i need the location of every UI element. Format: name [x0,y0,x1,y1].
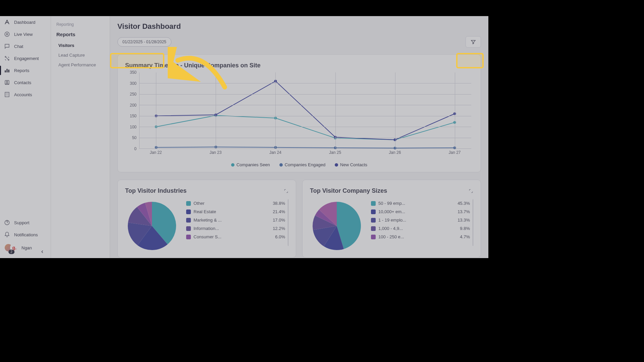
expand-icon[interactable] [284,189,288,193]
svg-point-3 [8,59,9,60]
legend-row[interactable]: 10,000+ em...13.7% [371,207,473,216]
legend-row[interactable]: Consumer S...6.0% [186,233,288,241]
svg-point-0 [5,32,9,37]
company-sizes-card: Top Visitor Company Sizes 50 - 99 emp...… [302,180,481,258]
svg-rect-9 [5,92,9,97]
svg-point-2 [5,56,6,57]
legend-row[interactable]: 100 - 250 e...4.7% [371,233,473,241]
nav-label: Live View [14,32,33,37]
nav-accounts[interactable]: Accounts [0,88,51,101]
legend-row[interactable]: 50 - 99 emp...45.3% [371,199,473,207]
company-sizes-legend: 50 - 99 emp...45.3%10,000+ em...13.7%1 -… [371,199,473,246]
svg-rect-4 [5,70,6,72]
building-icon [4,92,10,98]
filter-icon [471,39,476,45]
nav-label: Chat [14,44,23,49]
nav-reports[interactable]: Reports [0,64,51,76]
filter-button[interactable] [466,36,481,48]
nav-dashboard[interactable]: Dashboard [0,16,51,28]
nav-chat[interactable]: Chat [0,40,51,52]
card-title: Summary Timeline - Unique Companies on S… [125,62,473,69]
legend-row[interactable]: 1,000 - 4,9...9.8% [371,224,473,233]
expand-icon[interactable] [469,189,473,193]
card-title: Top Visitor Company Sizes [310,187,387,194]
engagement-icon [4,55,10,61]
nav-contacts[interactable]: Contacts [0,76,51,88]
bell-icon [4,232,10,238]
industries-pie-chart [125,199,179,253]
nav-label: Dashboard [14,20,36,25]
badge-count: 2 [8,250,14,254]
nav-label: Support [14,220,30,225]
secondary-title: Reports [51,32,110,41]
legend-row[interactable]: Marketing & ...17.0% [186,216,288,224]
legend-item[interactable]: New Contacts [335,162,367,167]
contact-icon [4,79,10,85]
main-content: Visitor Dashboard 01/22/2025 - 01/28/202… [110,16,488,258]
nav-label: Reports [14,68,30,73]
industries-legend: Other38.8%Real Estate21.4%Marketing & ..… [186,199,288,246]
legend-row[interactable]: Information...12.2% [186,224,288,233]
chart-legend: Companies Seen Companies Engaged New Con… [125,162,473,167]
bars-icon [4,67,10,73]
nav-support[interactable]: Support [0,217,51,229]
chevron-left-icon[interactable] [40,249,45,254]
svg-rect-5 [7,69,8,73]
legend-item[interactable]: Companies Seen [231,162,270,167]
company-sizes-pie-chart [310,199,364,253]
help-icon [4,220,10,226]
date-range-selector[interactable]: 01/22/2025 - 01/28/2025 [117,37,171,47]
sec-item-agentperf[interactable]: Agent Performance [51,60,110,70]
chat-icon [4,43,10,49]
page-title: Visitor Dashboard [117,22,481,31]
sec-item-leadcapture[interactable]: Lead Capture [51,50,110,60]
sidebar-secondary: Reporting Reports Visitors Lead Capture … [51,16,110,258]
nav-liveview[interactable]: Live View [0,28,51,40]
legend-row[interactable]: Real Estate21.4% [186,207,288,216]
svg-rect-6 [8,70,9,72]
card-title: Top Visitor Industries [125,187,186,194]
nav-label: Engagement [14,56,39,61]
sidebar-primary: Dashboard Live View Chat Engagement Repo… [0,16,51,258]
nav-engagement[interactable]: Engagement [0,52,51,64]
logo-icon [4,19,10,25]
industries-card: Top Visitor Industries Other38.8%Real Es… [117,180,296,258]
nav-notifications[interactable]: Notifications [0,229,51,241]
nav-label: Notifications [14,232,38,237]
svg-point-1 [6,34,8,35]
legend-item[interactable]: Companies Engaged [279,162,325,167]
nav-label: Accounts [14,92,32,97]
sec-item-visitors[interactable]: Visitors [51,41,110,50]
eye-icon [4,31,10,37]
secondary-heading: Reporting [51,21,110,32]
timeline-chart: 050100150200250300350 Jan 22Jan 23Jan 24… [125,72,473,160]
legend-row[interactable]: 1 - 19 emplo...13.3% [371,216,473,224]
legend-row[interactable]: Other38.8% [186,199,288,207]
svg-point-8 [6,81,8,83]
nav-label: Contacts [14,80,31,85]
summary-timeline-card: Summary Timeline - Unique Companies on S… [117,54,481,172]
user-name: Ngan [21,245,32,250]
